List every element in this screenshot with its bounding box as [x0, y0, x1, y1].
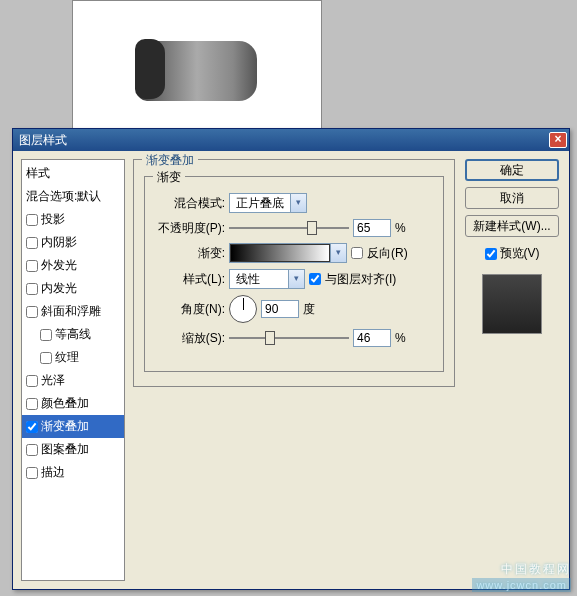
dialog-body: 样式 混合选项:默认 投影 内阴影 外发光 内发光 斜面和浮雕 等高线 纹理 光…: [13, 151, 569, 589]
align-checkbox[interactable]: [309, 273, 321, 285]
style-item-texture[interactable]: 纹理: [22, 346, 124, 369]
chevron-down-icon: ▾: [288, 270, 304, 288]
style-item-outer-glow[interactable]: 外发光: [22, 254, 124, 277]
gradient-row: 渐变: ▾ 反向(R): [153, 243, 435, 263]
chevron-down-icon: ▾: [330, 244, 346, 262]
preview-row: 预览(V): [485, 245, 540, 262]
style-label: 样式(L):: [153, 271, 225, 288]
style-item-inner-shadow[interactable]: 内阴影: [22, 231, 124, 254]
reverse-checkbox[interactable]: [351, 247, 363, 259]
gradient-overlay-group: 渐变叠加 渐变 混合模式: 正片叠底 ▾ 不透明度(P):: [133, 159, 455, 387]
gradient-preview: [230, 244, 330, 262]
scale-row: 缩放(S): %: [153, 329, 435, 347]
style-item-gradient-overlay[interactable]: 渐变叠加: [22, 415, 124, 438]
checkbox[interactable]: [26, 306, 38, 318]
chevron-down-icon: ▾: [290, 194, 306, 212]
percent-label: %: [395, 221, 406, 235]
angle-row: 角度(N): 度: [153, 295, 435, 323]
checkbox[interactable]: [26, 214, 38, 226]
checkbox[interactable]: [26, 398, 38, 410]
style-item-contour[interactable]: 等高线: [22, 323, 124, 346]
slider-track: [229, 337, 349, 339]
canvas-object: [137, 41, 257, 101]
blend-mode-row: 混合模式: 正片叠底 ▾: [153, 193, 435, 213]
degree-label: 度: [303, 301, 315, 318]
ok-button[interactable]: 确定: [465, 159, 559, 181]
blend-options-header[interactable]: 混合选项:默认: [22, 185, 124, 208]
style-item-stroke[interactable]: 描边: [22, 461, 124, 484]
opacity-label: 不透明度(P):: [153, 220, 225, 237]
preview-thumbnail: [482, 274, 542, 334]
preview-checkbox[interactable]: [485, 248, 497, 260]
style-item-bevel[interactable]: 斜面和浮雕: [22, 300, 124, 323]
checkbox[interactable]: [26, 421, 38, 433]
opacity-slider[interactable]: [229, 219, 349, 237]
gradient-group: 渐变 混合模式: 正片叠底 ▾ 不透明度(P):: [144, 176, 444, 372]
opacity-input[interactable]: [353, 219, 391, 237]
style-item-drop-shadow[interactable]: 投影: [22, 208, 124, 231]
new-style-button[interactable]: 新建样式(W)...: [465, 215, 559, 237]
checkbox[interactable]: [26, 444, 38, 456]
scale-input[interactable]: [353, 329, 391, 347]
styles-header[interactable]: 样式: [22, 162, 124, 185]
checkbox[interactable]: [26, 283, 38, 295]
cancel-button[interactable]: 取消: [465, 187, 559, 209]
preview-label: 预览(V): [500, 245, 540, 262]
align-label: 与图层对齐(I): [325, 271, 396, 288]
gradient-picker[interactable]: ▾: [229, 243, 347, 263]
checkbox[interactable]: [40, 352, 52, 364]
style-item-inner-glow[interactable]: 内发光: [22, 277, 124, 300]
canvas-preview: [72, 0, 322, 130]
angle-dial[interactable]: [229, 295, 257, 323]
style-select[interactable]: 线性 ▾: [229, 269, 305, 289]
style-list: 样式 混合选项:默认 投影 内阴影 外发光 内发光 斜面和浮雕 等高线 纹理 光…: [21, 159, 125, 581]
angle-input[interactable]: [261, 300, 299, 318]
checkbox[interactable]: [26, 375, 38, 387]
checkbox[interactable]: [26, 260, 38, 272]
scale-label: 缩放(S):: [153, 330, 225, 347]
gradient-label: 渐变:: [153, 245, 225, 262]
reverse-label: 反向(R): [367, 245, 408, 262]
layer-style-dialog: 图层样式 × 样式 混合选项:默认 投影 内阴影 外发光 内发光 斜面和浮雕 等…: [12, 128, 570, 590]
inner-title: 渐变: [153, 169, 185, 186]
checkbox[interactable]: [26, 467, 38, 479]
titlebar[interactable]: 图层样式 ×: [13, 129, 569, 151]
angle-label: 角度(N):: [153, 301, 225, 318]
blend-mode-label: 混合模式:: [153, 195, 225, 212]
settings-panel: 渐变叠加 渐变 混合模式: 正片叠底 ▾ 不透明度(P):: [133, 159, 455, 581]
style-item-color-overlay[interactable]: 颜色叠加: [22, 392, 124, 415]
slider-thumb[interactable]: [265, 331, 275, 345]
close-button[interactable]: ×: [549, 132, 567, 148]
right-panel: 确定 取消 新建样式(W)... 预览(V): [463, 159, 561, 581]
scale-slider[interactable]: [229, 329, 349, 347]
opacity-row: 不透明度(P): %: [153, 219, 435, 237]
style-item-satin[interactable]: 光泽: [22, 369, 124, 392]
checkbox[interactable]: [40, 329, 52, 341]
checkbox[interactable]: [26, 237, 38, 249]
slider-thumb[interactable]: [307, 221, 317, 235]
dialog-title: 图层样式: [19, 132, 67, 149]
slider-track: [229, 227, 349, 229]
blend-mode-select[interactable]: 正片叠底 ▾: [229, 193, 307, 213]
style-item-pattern-overlay[interactable]: 图案叠加: [22, 438, 124, 461]
percent-label: %: [395, 331, 406, 345]
group-title: 渐变叠加: [142, 152, 198, 169]
style-row: 样式(L): 线性 ▾ 与图层对齐(I): [153, 269, 435, 289]
